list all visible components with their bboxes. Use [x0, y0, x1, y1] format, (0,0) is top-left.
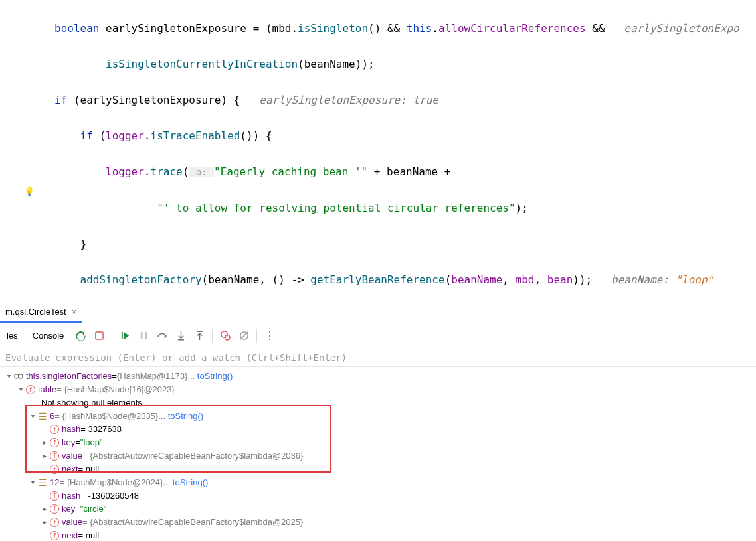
variable-name: table	[38, 383, 56, 396]
code-line: if (earlySingletonExposure) { earlySingl…	[54, 91, 756, 109]
rerun-icon[interactable]	[72, 327, 89, 345]
code-line: "' to allow for resolving potential circ…	[54, 199, 756, 217]
tree-row[interactable]: ▾ f table = {HashMap$Node[16]@2023}	[3, 383, 753, 396]
mute-breakpoints-icon[interactable]	[235, 327, 252, 345]
variable-name: this.singletonFactories	[26, 370, 112, 383]
watch-icon	[13, 371, 24, 382]
chevron-right-icon[interactable]: ▸	[40, 436, 49, 449]
tree-row[interactable]: f next = null	[3, 463, 753, 476]
field-icon: f	[49, 424, 60, 435]
intention-bulb-icon[interactable]: 💡	[24, 187, 33, 196]
separator	[256, 329, 257, 343]
pause-icon[interactable]	[135, 327, 152, 345]
les-tab[interactable]: les	[0, 327, 25, 345]
tree-row[interactable]: ▸ f value = {AbstractAutowireCapableBean…	[3, 516, 753, 529]
run-tabbar: m.qsl.CircleTest ×	[0, 299, 756, 323]
code-editor[interactable]: 💡 boolean earlySingletonExposure = (mbd.…	[0, 0, 756, 299]
close-icon[interactable]: ×	[69, 307, 77, 317]
variable-name: hash	[62, 489, 80, 502]
variable-value: = {HashMap$Node@2024}	[59, 476, 163, 489]
tostring-link[interactable]: ... toString()	[158, 410, 203, 423]
evaluate-placeholder: Evaluate expression (Enter) or add a wat…	[5, 352, 347, 363]
code-line: logger.trace( o: "Eagerly caching bean '…	[54, 163, 756, 181]
view-breakpoints-icon[interactable]	[217, 327, 234, 345]
svg-rect-3	[145, 332, 147, 339]
tree-row[interactable]: f next = null	[3, 529, 753, 541]
svg-point-6	[221, 331, 227, 337]
variable-value: "circle"	[80, 502, 107, 516]
field-icon: f	[49, 517, 60, 528]
tree-row[interactable]: ▸ f key = "circle"	[3, 502, 753, 516]
svg-rect-1	[122, 332, 123, 339]
variable-value: = 3327638	[80, 423, 122, 436]
variable-value: {HashMap@1173}	[117, 370, 187, 383]
step-over-icon[interactable]	[153, 327, 171, 345]
chevron-down-icon[interactable]: ▾	[16, 383, 25, 396]
variable-value: = {AbstractAutowireCapableBeanFactory$la…	[82, 516, 303, 529]
svg-rect-5	[197, 331, 203, 331]
evaluate-expression-input[interactable]: Evaluate expression (Enter) or add a wat…	[0, 348, 756, 367]
variable-value: = {HashMap$Node@2035}	[54, 410, 158, 423]
variable-name: key	[62, 436, 75, 449]
debug-panel: m.qsl.CircleTest × les Console	[0, 299, 756, 541]
field-icon: f	[49, 437, 60, 448]
variable-name: next	[62, 463, 78, 476]
editor-gutter: 💡	[0, 0, 37, 299]
resume-icon[interactable]	[116, 327, 134, 345]
variable-name: 12	[50, 476, 59, 489]
field-icon: f	[49, 530, 60, 541]
variable-name: next	[62, 529, 78, 541]
svg-rect-4	[178, 339, 184, 340]
tab-label: m.qsl.CircleTest	[5, 307, 66, 317]
tab-circletest[interactable]: m.qsl.CircleTest ×	[0, 301, 82, 323]
svg-point-10	[15, 374, 19, 378]
debug-toolbar: les Console ⋮	[0, 323, 756, 348]
variable-value: = null	[78, 463, 99, 476]
chevron-right-icon[interactable]: ▸	[40, 449, 49, 463]
tree-info-row: Not showing null elements	[3, 396, 753, 410]
variable-value: = {AbstractAutowireCapableBeanFactory$la…	[82, 449, 303, 463]
field-icon: f	[25, 384, 36, 395]
code-line: }	[54, 235, 756, 253]
variable-name: hash	[62, 423, 80, 436]
stop-icon[interactable]	[90, 327, 108, 345]
tree-row[interactable]: ▸ f key = "loop"	[3, 436, 753, 449]
tree-row[interactable]: ▾ ☰ 12 = {HashMap$Node@2024} ... toStrin…	[3, 476, 753, 489]
svg-rect-0	[96, 332, 103, 339]
console-tab[interactable]: Console	[26, 327, 71, 345]
variable-name: key	[62, 502, 75, 516]
field-icon: f	[49, 464, 60, 475]
tree-row[interactable]: ▾ this.singletonFactories = {HashMap@117…	[3, 370, 753, 383]
variable-value: = {HashMap$Node[16]@2023}	[56, 383, 175, 396]
variable-value: "loop"	[80, 436, 103, 449]
variable-name: value	[62, 516, 82, 529]
index-icon: ☰	[37, 477, 48, 488]
svg-point-11	[19, 374, 23, 378]
variable-name: value	[62, 449, 82, 463]
tree-row[interactable]: ▾ ☰ 6 = {HashMap$Node@2035} ... toString…	[3, 410, 753, 423]
svg-rect-2	[141, 332, 143, 339]
step-into-icon[interactable]	[172, 327, 189, 345]
chevron-right-icon[interactable]: ▸	[40, 502, 49, 516]
variable-value: = -1360260548	[80, 489, 139, 502]
variable-name: 6	[50, 410, 54, 423]
chevron-right-icon[interactable]: ▸	[40, 516, 49, 529]
code-area[interactable]: boolean earlySingletonExposure = (mbd.is…	[0, 0, 756, 299]
variables-tree[interactable]: ▾ this.singletonFactories = {HashMap@117…	[0, 367, 756, 541]
chevron-down-icon[interactable]: ▾	[28, 410, 37, 423]
chevron-down-icon[interactable]: ▾	[4, 370, 13, 383]
field-icon: f	[49, 451, 60, 461]
tree-row[interactable]: f hash = -1360260548	[3, 489, 753, 502]
step-out-icon[interactable]	[191, 327, 208, 345]
tree-row[interactable]: f hash = 3327638	[3, 423, 753, 436]
chevron-down-icon[interactable]: ▾	[28, 476, 37, 489]
code-line: boolean earlySingletonExposure = (mbd.is…	[54, 19, 756, 37]
more-icon[interactable]: ⋮	[261, 327, 278, 345]
index-icon: ☰	[37, 411, 48, 422]
field-icon: f	[49, 491, 60, 501]
tree-row[interactable]: ▸ f value = {AbstractAutowireCapableBean…	[3, 449, 753, 463]
tostring-link[interactable]: ... toString()	[163, 476, 208, 489]
tostring-link[interactable]: ... toString()	[187, 370, 233, 383]
variable-value: = null	[78, 529, 99, 541]
separator	[212, 329, 213, 343]
